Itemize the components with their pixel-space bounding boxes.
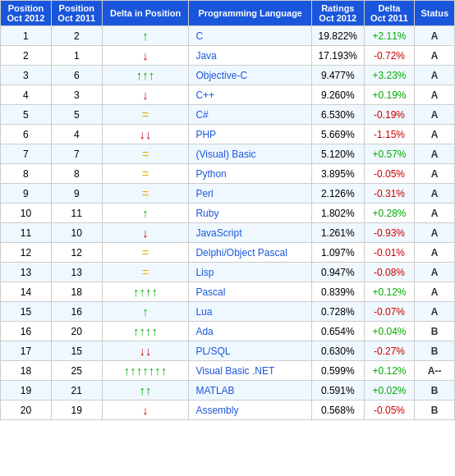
- pos2011-cell: 10: [51, 223, 102, 243]
- pos2012-cell: 4: [1, 85, 52, 105]
- language-cell: C: [189, 26, 312, 46]
- delta-icon-cell: =: [102, 164, 189, 184]
- delta-icon-cell: =: [102, 144, 189, 164]
- delta-cell: -0.08%: [364, 263, 415, 282]
- language-cell: C++: [189, 85, 312, 105]
- rating-cell: 0.591%: [312, 381, 365, 400]
- pos2012-cell: 10: [1, 204, 52, 223]
- status-cell: A: [415, 105, 455, 125]
- status-cell: A: [415, 302, 455, 322]
- pos2012-cell: 6: [1, 125, 52, 144]
- header-lang: Programming Language: [189, 1, 312, 26]
- rating-cell: 19.822%: [312, 26, 365, 46]
- delta-icon-cell: =: [102, 105, 189, 125]
- pos2011-cell: 9: [51, 184, 102, 204]
- rating-cell: 0.630%: [312, 341, 365, 361]
- delta-cell: -0.07%: [364, 302, 415, 322]
- delta-cell: +3.23%: [364, 66, 415, 85]
- pos2011-cell: 18: [51, 282, 102, 302]
- rating-cell: 0.568%: [312, 400, 365, 420]
- rating-cell: 6.530%: [312, 105, 365, 125]
- language-cell: Pascal: [189, 282, 312, 302]
- delta-icon-cell: ↑: [102, 302, 189, 322]
- delta-cell: +0.19%: [364, 85, 415, 105]
- header-delta-pos: Delta in Position: [102, 1, 189, 26]
- delta-cell: +0.57%: [364, 144, 415, 164]
- language-cell: PL/SQL: [189, 341, 312, 361]
- rating-cell: 0.839%: [312, 282, 365, 302]
- header-pos2011: PositionOct 2011: [51, 1, 102, 26]
- delta-cell: +0.12%: [364, 361, 415, 381]
- language-cell: Perl: [189, 184, 312, 204]
- status-cell: A: [415, 85, 455, 105]
- pos2012-cell: 17: [1, 341, 52, 361]
- delta-cell: -0.27%: [364, 341, 415, 361]
- language-cell: Ada: [189, 322, 312, 341]
- status-cell: A: [415, 46, 455, 66]
- delta-icon-cell: ↓: [102, 46, 189, 66]
- pos2011-cell: 4: [51, 125, 102, 144]
- status-cell: A: [415, 26, 455, 46]
- language-cell: PHP: [189, 125, 312, 144]
- delta-cell: +0.02%: [364, 381, 415, 400]
- status-cell: A: [415, 263, 455, 282]
- status-cell: A: [415, 66, 455, 85]
- header-status: Status: [415, 1, 455, 26]
- pos2011-cell: 11: [51, 204, 102, 223]
- delta-icon-cell: ↑: [102, 26, 189, 46]
- pos2011-cell: 2: [51, 26, 102, 46]
- language-cell: JavaScript: [189, 223, 312, 243]
- pos2011-cell: 13: [51, 263, 102, 282]
- language-cell: Lua: [189, 302, 312, 322]
- pos2012-cell: 9: [1, 184, 52, 204]
- delta-cell: -0.72%: [364, 46, 415, 66]
- delta-cell: +2.11%: [364, 26, 415, 46]
- status-cell: A: [415, 125, 455, 144]
- delta-icon-cell: ↓: [102, 400, 189, 420]
- rating-cell: 9.477%: [312, 66, 365, 85]
- pos2011-cell: 5: [51, 105, 102, 125]
- pos2011-cell: 1: [51, 46, 102, 66]
- pos2011-cell: 7: [51, 144, 102, 164]
- pos2012-cell: 2: [1, 46, 52, 66]
- status-cell: A: [415, 204, 455, 223]
- pos2011-cell: 8: [51, 164, 102, 184]
- rating-cell: 1.097%: [312, 243, 365, 263]
- pos2011-cell: 25: [51, 361, 102, 381]
- rating-cell: 3.895%: [312, 164, 365, 184]
- pos2011-cell: 21: [51, 381, 102, 400]
- rating-cell: 0.654%: [312, 322, 365, 341]
- header-pos2012: PositionOct 2012: [1, 1, 52, 26]
- rating-cell: 0.947%: [312, 263, 365, 282]
- pos2012-cell: 15: [1, 302, 52, 322]
- language-cell: C#: [189, 105, 312, 125]
- language-cell: (Visual) Basic: [189, 144, 312, 164]
- language-cell: MATLAB: [189, 381, 312, 400]
- pos2012-cell: 20: [1, 400, 52, 420]
- delta-cell: -0.05%: [364, 400, 415, 420]
- language-cell: Python: [189, 164, 312, 184]
- header-ratings: RatingsOct 2012: [312, 1, 365, 26]
- rating-cell: 2.126%: [312, 184, 365, 204]
- pos2012-cell: 1: [1, 26, 52, 46]
- delta-cell: -0.19%: [364, 105, 415, 125]
- delta-cell: +0.04%: [364, 322, 415, 341]
- language-cell: Assembly: [189, 400, 312, 420]
- delta-cell: +0.28%: [364, 204, 415, 223]
- language-cell: Ruby: [189, 204, 312, 223]
- rating-cell: 17.193%: [312, 46, 365, 66]
- rating-cell: 0.728%: [312, 302, 365, 322]
- header-delta: DeltaOct 2011: [364, 1, 415, 26]
- delta-icon-cell: ↓: [102, 85, 189, 105]
- pos2012-cell: 5: [1, 105, 52, 125]
- tiobe-index-table: PositionOct 2012 PositionOct 2011 Delta …: [0, 0, 455, 420]
- status-cell: B: [415, 322, 455, 341]
- pos2011-cell: 20: [51, 322, 102, 341]
- delta-icon-cell: ↓↓: [102, 341, 189, 361]
- delta-icon-cell: ↑: [102, 204, 189, 223]
- language-cell: Lisp: [189, 263, 312, 282]
- rating-cell: 5.120%: [312, 144, 365, 164]
- status-cell: A: [415, 184, 455, 204]
- pos2012-cell: 11: [1, 223, 52, 243]
- pos2011-cell: 16: [51, 302, 102, 322]
